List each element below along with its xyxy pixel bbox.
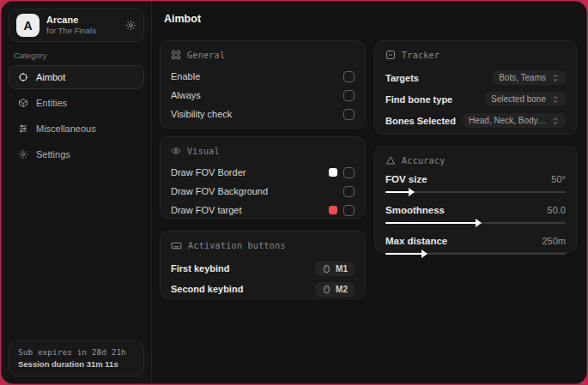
sidebar-item-aimbot[interactable]: Aimbot xyxy=(9,65,144,89)
setting-row-first-keybind: First keybind M1 xyxy=(171,258,355,279)
keyboard-icon xyxy=(171,240,182,251)
section-title: Activation buttons xyxy=(188,241,286,250)
sidebar-item-label: Miscellaneous xyxy=(36,123,96,134)
setting-row-targets: Targets Bots, Teams xyxy=(385,67,566,88)
slider-value: 250m xyxy=(542,236,566,246)
visibility-check-checkbox[interactable] xyxy=(343,109,355,120)
dropdown-value: Selected bone xyxy=(491,94,546,104)
setting-label: Draw FOV Border xyxy=(171,167,246,177)
setting-row-visibility-check: Visibility check xyxy=(171,105,355,123)
color-swatch-white[interactable] xyxy=(329,168,337,177)
enable-checkbox[interactable] xyxy=(343,71,355,82)
section-title: Tracker xyxy=(402,51,439,60)
main-panel: Aimbot General Enable Always Visibility … xyxy=(152,2,586,383)
setting-row-smoothness: Smoothness 50.0 xyxy=(385,203,566,226)
color-swatch-red[interactable] xyxy=(329,206,337,214)
app-logo: A xyxy=(16,14,39,37)
slider-value: 50° xyxy=(551,174,566,184)
category-label: Category xyxy=(14,51,139,60)
keybind-value: M2 xyxy=(336,285,348,294)
section-title: Accuracy xyxy=(402,156,446,165)
setting-row-draw-fov-background: Draw FOV Background xyxy=(171,182,355,201)
setting-row-find-bone-type: Find bone type Selected bone xyxy=(385,88,566,110)
setting-label: Always xyxy=(171,90,201,100)
sidebar: A Arcane for The Finals Category Aimbot xyxy=(2,2,152,383)
setting-label: First keybind xyxy=(171,263,229,274)
find-bone-type-dropdown[interactable]: Selected bone xyxy=(485,92,566,106)
sidebar-item-label: Aimbot xyxy=(36,72,65,82)
sub-expires-text: Sub expires in 28d 21h xyxy=(18,346,135,358)
always-checkbox[interactable] xyxy=(343,90,355,101)
app-name: Arcane xyxy=(46,15,118,26)
eye-icon xyxy=(171,146,181,156)
cube-icon xyxy=(18,98,28,108)
targets-dropdown[interactable]: Bots, Teams xyxy=(493,70,566,85)
slider-thumb[interactable] xyxy=(476,219,482,227)
fov-size-slider[interactable] xyxy=(385,189,566,196)
dropdown-value: Head, Neck, Body, Pe.. xyxy=(469,116,546,125)
setting-label: Bones Selected xyxy=(385,116,456,126)
triangle-icon xyxy=(385,155,396,165)
setting-label: Targets xyxy=(385,73,419,83)
setting-label: Visibility check xyxy=(171,109,232,119)
sidebar-item-label: Settings xyxy=(36,149,70,159)
max-distance-slider[interactable] xyxy=(385,250,566,257)
setting-label: Draw FOV target xyxy=(171,205,242,215)
section-title: Visual xyxy=(187,147,220,156)
setting-label: Second keybind xyxy=(171,284,243,294)
section-title: General xyxy=(187,51,225,60)
activation-card: Activation buttons First keybind M1 Seco… xyxy=(160,231,366,299)
draw-fov-background-checkbox[interactable] xyxy=(343,186,355,197)
first-keybind-button[interactable]: M1 xyxy=(315,262,355,276)
setting-label: Max distance xyxy=(385,236,447,246)
gear-icon[interactable] xyxy=(125,20,136,31)
setting-row-draw-fov-border: Draw FOV Border xyxy=(171,163,355,182)
slider-thumb[interactable] xyxy=(409,188,415,196)
sidebar-item-miscellaneous[interactable]: Miscellaneous xyxy=(9,117,144,141)
setting-label: Enable xyxy=(171,71,200,81)
gear-icon xyxy=(18,149,28,159)
setting-row-fov-size: FOV size 50° xyxy=(385,172,566,196)
second-keybind-button[interactable]: M2 xyxy=(315,282,355,297)
setting-row-enable: Enable xyxy=(171,67,355,86)
slider-value: 50.0 xyxy=(548,205,566,215)
sidebar-item-entities[interactable]: Entities xyxy=(9,91,144,115)
bones-selected-dropdown[interactable]: Head, Neck, Body, Pe.. xyxy=(463,113,566,128)
sidebar-nav: Aimbot Entities Miscellaneous Settings xyxy=(2,65,151,166)
general-card: General Enable Always Visibility check xyxy=(160,40,366,129)
setting-row-max-distance: Max distance 250m xyxy=(385,234,566,257)
setting-label: Find bone type xyxy=(385,94,452,105)
tracker-card: Tracker Targets Bots, Teams Find bone ty… xyxy=(374,40,577,135)
setting-label: Draw FOV Background xyxy=(171,186,268,196)
setting-label: Smoothness xyxy=(385,205,445,215)
app-window: A Arcane for The Finals Category Aimbot xyxy=(1,1,587,384)
app-subtitle: for The Finals xyxy=(46,26,118,36)
sidebar-item-settings[interactable]: Settings xyxy=(9,142,144,166)
session-duration-text: Session duration 31m 11s xyxy=(18,358,135,370)
setting-row-bones-selected: Bones Selected Head, Neck, Body, Pe.. xyxy=(385,110,566,131)
draw-fov-border-checkbox[interactable] xyxy=(343,167,355,178)
grid-icon xyxy=(171,50,181,60)
accuracy-card: Accuracy FOV size 50° Smoothness 50.0 xyxy=(374,146,577,253)
smoothness-slider[interactable] xyxy=(385,220,566,226)
mouse-icon xyxy=(322,264,331,274)
sliders-icon xyxy=(18,123,28,134)
setting-label: FOV size xyxy=(385,174,427,184)
chevrons-up-down-icon xyxy=(551,95,560,104)
draw-fov-target-checkbox[interactable] xyxy=(343,205,355,216)
app-header: A Arcane for The Finals xyxy=(9,9,144,42)
visual-card: Visual Draw FOV Border Draw FOV Backgrou… xyxy=(160,136,366,219)
dropdown-value: Bots, Teams xyxy=(499,73,546,82)
crosshair-icon xyxy=(18,72,28,82)
setting-row-second-keybind: Second keybind M2 xyxy=(171,279,355,299)
keybind-value: M1 xyxy=(336,264,348,274)
sidebar-item-label: Entities xyxy=(36,98,67,108)
page-title: Aimbot xyxy=(164,13,201,25)
chevrons-up-down-icon xyxy=(551,74,560,82)
setting-row-draw-fov-target: Draw FOV target xyxy=(171,201,355,220)
chevrons-up-down-icon xyxy=(551,117,560,125)
mouse-icon xyxy=(322,285,331,294)
subscription-info: Sub expires in 28d 21h Session duration … xyxy=(9,340,144,376)
scan-box-icon xyxy=(385,50,396,60)
slider-thumb[interactable] xyxy=(421,250,427,258)
